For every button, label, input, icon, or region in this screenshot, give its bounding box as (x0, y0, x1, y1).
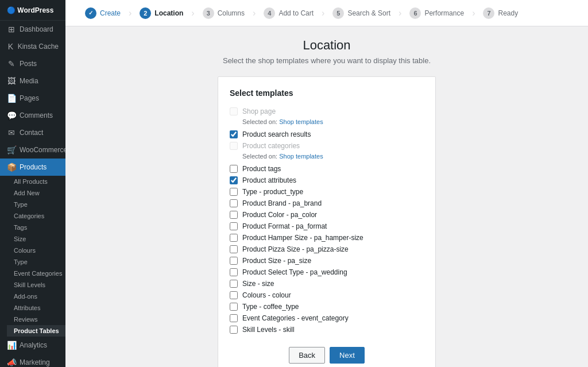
checkbox-skill-levels[interactable] (230, 326, 238, 334)
step-ready-label: Ready (498, 9, 518, 17)
product-categories-label: Product categories (242, 142, 300, 150)
checkbox-product-tags[interactable] (230, 165, 238, 173)
label-product-size: Product Size - pa_size (242, 257, 311, 265)
shop-page-checkbox[interactable] (230, 107, 238, 115)
page-body: Location Select the shop templates where… (65, 26, 588, 367)
step-columns[interactable]: 3 Columns (195, 7, 253, 19)
next-button[interactable]: Next (330, 347, 365, 364)
sidebar-item-comments[interactable]: 💬 Comments (0, 107, 65, 124)
product-categories-checkbox[interactable] (230, 142, 238, 150)
wizard-steps: ✓ Create › 2 Location › 3 Columns › 4 Ad… (65, 0, 588, 26)
sidebar: 🔵 WordPress ⊞ Dashboard K Kinsta Cache ✎… (0, 0, 65, 367)
checkbox-size-size[interactable] (230, 280, 238, 288)
shop-templates-link-1[interactable]: Shop templates (279, 118, 323, 125)
sidebar-item-attributes[interactable]: Attributes (7, 302, 65, 314)
sidebar-item-pages[interactable]: 📄 Pages (0, 90, 65, 107)
sidebar-item-analytics[interactable]: 📊 Analytics (0, 337, 65, 354)
checkbox-product-pizza-size[interactable] (230, 245, 238, 253)
contact-icon: ✉ (7, 128, 16, 137)
sidebar-item-marketing[interactable]: 📣 Marketing (0, 354, 65, 367)
sidebar-item-reviews[interactable]: Reviews (7, 314, 65, 325)
sidebar-item-type2[interactable]: Type (7, 256, 65, 268)
product-categories-selected-on: Selected on: Shop templates (230, 152, 424, 163)
checkbox-product-categories[interactable]: Product categories (230, 140, 424, 152)
step-ready[interactable]: 7 Ready (475, 7, 526, 19)
label-product-select-type: Product Select Type - pa_wedding (242, 268, 347, 276)
label-colours-colour: Colours - colour (242, 291, 291, 299)
label-product-pizza-size: Product Pizza Size - pa_pizza-size (242, 245, 349, 253)
step-create-number: ✓ (85, 7, 96, 19)
checkbox-product-hamper-size[interactable] (230, 234, 238, 242)
sidebar-item-woocommerce[interactable]: 🛒 WooCommerce (0, 141, 65, 159)
checkbox-product-format[interactable] (230, 222, 238, 230)
checkbox-product-search[interactable]: Product search results (230, 129, 424, 140)
checkbox-item-skill-levels[interactable]: Skill Levels - skill (230, 324, 424, 335)
checkbox-shop-page[interactable]: Shop page (230, 106, 424, 117)
step-location[interactable]: 2 Location (131, 7, 191, 19)
checkbox-product-select-type[interactable] (230, 268, 238, 276)
label-product-tags: Product tags (242, 165, 281, 173)
checkbox-item-product-attributes[interactable]: Product attributes (230, 175, 424, 186)
sidebar-item-product-tables[interactable]: Product Tables (7, 325, 65, 337)
sidebar-item-type[interactable]: Type (7, 199, 65, 210)
media-icon: 🖼 (7, 76, 16, 86)
checkbox-event-categories[interactable] (230, 314, 238, 322)
button-row: Back Next (230, 347, 424, 364)
sidebar-item-posts[interactable]: ✎ Posts (0, 55, 65, 72)
step-create[interactable]: ✓ Create (77, 7, 129, 19)
checkbox-product-size[interactable] (230, 257, 238, 265)
sidebar-item-tags[interactable]: Tags (7, 222, 65, 233)
checkbox-product-brand[interactable] (230, 199, 238, 207)
step-columns-number: 3 (203, 7, 214, 19)
sidebar-item-size[interactable]: Size (7, 233, 65, 245)
sidebar-item-contact[interactable]: ✉ Contact (0, 124, 65, 141)
sidebar-item-skill-levels[interactable]: Skill Levels (7, 279, 65, 291)
page-title: Location (303, 38, 350, 53)
sidebar-item-categories[interactable]: Categories (7, 210, 65, 222)
checkbox-product-color[interactable] (230, 211, 238, 219)
checkbox-item-size-size[interactable]: Size - size (230, 278, 424, 289)
posts-icon: ✎ (7, 59, 16, 68)
label-type-product-type: Type - product_type (242, 188, 303, 196)
sidebar-item-kinsta[interactable]: K Kinsta Cache (0, 38, 65, 55)
checkbox-item-product-hamper-size[interactable]: Product Hamper Size - pa_hamper-size (230, 232, 424, 244)
checkbox-type-product-type[interactable] (230, 188, 238, 196)
checkbox-item-product-color[interactable]: Product Color - pa_color (230, 209, 424, 221)
checkbox-item-product-select-type[interactable]: Product Select Type - pa_wedding (230, 266, 424, 278)
sidebar-item-dashboard[interactable]: ⊞ Dashboard (0, 21, 65, 38)
label-size-size: Size - size (242, 280, 274, 288)
marketing-icon: 📣 (7, 358, 16, 367)
checkbox-item-product-brand[interactable]: Product Brand - pa_brand (230, 198, 424, 209)
checkbox-item-event-categories[interactable]: Event Categories - event_category (230, 312, 424, 324)
step-performance[interactable]: 6 Performance (401, 7, 472, 19)
checkbox-item-product-tags[interactable]: Product tags (230, 163, 424, 175)
sidebar-item-add-new[interactable]: Add New (7, 187, 65, 199)
checkbox-item-type-coffee-type[interactable]: Type - coffee_type (230, 301, 424, 312)
checkbox-item-colours-colour[interactable]: Colours - colour (230, 289, 424, 301)
label-skill-levels: Skill Levels - skill (242, 326, 295, 334)
checkbox-item-type-product-type[interactable]: Type - product_type (230, 186, 424, 198)
checkbox-type-coffee-type[interactable] (230, 303, 238, 311)
checkbox-item-product-format[interactable]: Product Format - pa_format (230, 221, 424, 232)
step-location-label: Location (154, 9, 183, 17)
products-icon: 📦 (7, 163, 16, 172)
sidebar-item-all-products[interactable]: All Products (7, 176, 65, 187)
back-button[interactable]: Back (289, 347, 325, 364)
sidebar-item-add-ons[interactable]: Add-ons (7, 291, 65, 302)
checkbox-item-product-size[interactable]: Product Size - pa_size (230, 255, 424, 266)
step-add-to-cart[interactable]: 4 Add to Cart (256, 7, 322, 19)
label-type-coffee-type: Type - coffee_type (242, 303, 299, 311)
step-search-sort[interactable]: 5 Search & Sort (324, 7, 399, 19)
step-location-number: 2 (140, 7, 151, 19)
sidebar-item-colours[interactable]: Colours (7, 245, 65, 256)
shop-page-selected-on: Selected on: Shop templates (230, 117, 424, 129)
step-searchsort-number: 5 (332, 7, 344, 19)
sidebar-item-media[interactable]: 🖼 Media (0, 72, 65, 90)
sidebar-item-products[interactable]: 📦 Products (0, 159, 65, 176)
sidebar-item-event-categories[interactable]: Event Categories (7, 268, 65, 279)
checkbox-product-attributes[interactable] (230, 176, 238, 184)
shop-templates-link-2[interactable]: Shop templates (279, 153, 323, 160)
checkbox-colours-colour[interactable] (230, 291, 238, 299)
product-search-checkbox[interactable] (230, 130, 238, 138)
checkbox-item-product-pizza-size[interactable]: Product Pizza Size - pa_pizza-size (230, 244, 424, 255)
